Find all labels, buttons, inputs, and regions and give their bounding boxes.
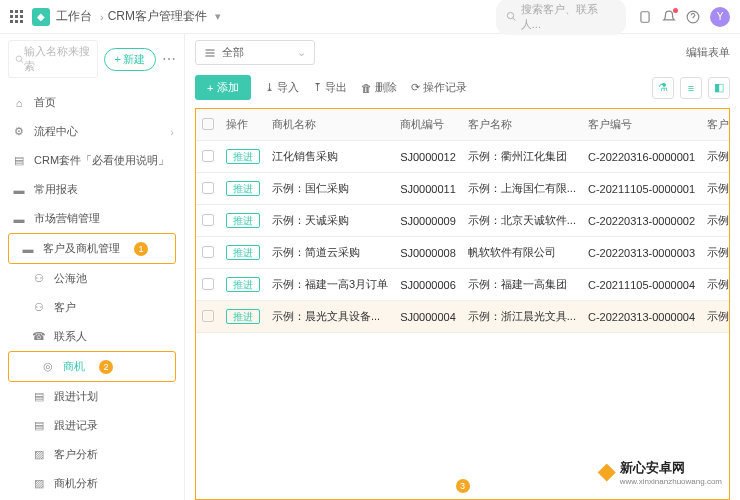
- apps-grid-icon[interactable]: [10, 10, 24, 24]
- sidebar-item-8[interactable]: ☎联系人: [0, 322, 184, 351]
- watermark-icon: [598, 464, 616, 482]
- column-header[interactable]: 操作: [220, 109, 266, 141]
- column-header[interactable]: 客户名称: [462, 109, 582, 141]
- sidebar-item-2[interactable]: ▤CRM套件「必看使用说明」: [0, 146, 184, 175]
- suite-name[interactable]: CRM客户管理套件: [108, 8, 207, 25]
- more-icon[interactable]: ⋯: [162, 51, 176, 67]
- svg-rect-2: [641, 11, 649, 22]
- sidebar-item-12[interactable]: ▨客户分析: [0, 440, 184, 469]
- column-button[interactable]: ≡: [680, 77, 702, 99]
- cell-name: 示例：天诚采购: [266, 205, 394, 237]
- sidebar-item-4[interactable]: ▬市场营销管理: [0, 204, 184, 233]
- edit-form-link[interactable]: 编辑表单: [686, 45, 730, 60]
- people-icon: ⚇: [32, 301, 46, 314]
- table-row[interactable]: 推进示例：晨光文具设备...SJ0000004示例：浙江晨光文具...C-202…: [196, 301, 730, 333]
- cell-name: 示例：福建一高3月订单: [266, 269, 394, 301]
- table-row[interactable]: 推进示例：福建一高3月订单SJ0000006示例：福建一高集团C-2021110…: [196, 269, 730, 301]
- oplog-button[interactable]: ⟳操作记录: [411, 80, 467, 95]
- cell-customer: 帆软软件有限公司: [462, 237, 582, 269]
- row-checkbox[interactable]: [202, 150, 214, 162]
- sidebar-item-3[interactable]: ▬常用报表: [0, 175, 184, 204]
- table-row[interactable]: 推进示例：天诚采购SJ0000009示例：北京天诚软件...C-20220313…: [196, 205, 730, 237]
- cell-custcode: C-20211105-0000004: [582, 269, 701, 301]
- notification-icon[interactable]: [662, 10, 676, 24]
- sidebar-search[interactable]: 输入名称来搜索: [8, 40, 98, 78]
- column-header[interactable]: 客户编号: [582, 109, 701, 141]
- folder-icon: ▬: [21, 243, 35, 255]
- cell-customer: 示例：上海国仁有限...: [462, 173, 582, 205]
- notebook-icon[interactable]: [638, 10, 652, 24]
- caret-down-icon[interactable]: ▾: [215, 10, 221, 23]
- column-header[interactable]: 客户联系人: [701, 109, 730, 141]
- sidebar-item-1[interactable]: ⚙流程中心›: [0, 117, 184, 146]
- home-icon: ⌂: [12, 97, 26, 109]
- cell-contact: 示例：刘晨: [701, 301, 730, 333]
- annotation-badge: 2: [99, 360, 113, 374]
- cell-name: 示例：国仁采购: [266, 173, 394, 205]
- advance-button[interactable]: 推进: [226, 149, 260, 164]
- cell-name: 江化销售采购: [266, 141, 394, 173]
- new-button[interactable]: +新建: [104, 48, 156, 71]
- table-row[interactable]: 推进示例：简道云采购SJ0000008帆软软件有限公司C-20220313-00…: [196, 237, 730, 269]
- settings-button[interactable]: ◧: [708, 77, 730, 99]
- table-row[interactable]: 推进江化销售采购SJ0000012示例：衢州江化集团C-20220316-000…: [196, 141, 730, 173]
- column-header[interactable]: 商机名称: [266, 109, 394, 141]
- row-checkbox[interactable]: [202, 278, 214, 290]
- sidebar-item-5[interactable]: ▬客户及商机管理1: [9, 234, 175, 263]
- sidebar-item-0[interactable]: ⌂首页: [0, 88, 184, 117]
- sidebar-item-9[interactable]: ◎商机2: [9, 352, 175, 381]
- export-button[interactable]: ⤒导出: [313, 80, 347, 95]
- cell-contact: 示例：王倩: [701, 173, 730, 205]
- help-icon[interactable]: [686, 10, 700, 24]
- import-button[interactable]: ⤓导入: [265, 80, 299, 95]
- advance-button[interactable]: 推进: [226, 213, 260, 228]
- advance-button[interactable]: 推进: [226, 277, 260, 292]
- advance-button[interactable]: 推进: [226, 309, 260, 324]
- view-label: 全部: [222, 45, 244, 60]
- row-checkbox[interactable]: [202, 214, 214, 226]
- cell-custcode: C-20220313-0000003: [582, 237, 701, 269]
- cell-name: 示例：简道云采购: [266, 237, 394, 269]
- filter-button[interactable]: ⚗: [652, 77, 674, 99]
- column-header[interactable]: 商机编号: [394, 109, 462, 141]
- row-checkbox[interactable]: [202, 246, 214, 258]
- sidebar-item-10[interactable]: ▤跟进计划: [0, 382, 184, 411]
- cell-name: 示例：晨光文具设备...: [266, 301, 394, 333]
- nav-label: 公海池: [54, 271, 87, 286]
- list-icon: [204, 47, 216, 59]
- cell-code: SJ0000004: [394, 301, 462, 333]
- row-checkbox[interactable]: [202, 182, 214, 194]
- sidebar-item-13[interactable]: ▨商机分析: [0, 469, 184, 498]
- user-avatar[interactable]: Y: [710, 7, 730, 27]
- svg-point-0: [507, 12, 513, 18]
- workspace-label[interactable]: 工作台: [56, 8, 92, 25]
- folder-icon: ▬: [12, 184, 26, 196]
- nav-label: 商机: [63, 359, 85, 374]
- advance-button[interactable]: 推进: [226, 245, 260, 260]
- sidebar-search-placeholder: 输入名称来搜索: [24, 44, 90, 74]
- nav-label: 跟进记录: [54, 418, 98, 433]
- svg-line-1: [513, 18, 516, 21]
- cell-custcode: C-20211105-0000001: [582, 173, 701, 205]
- cell-contact: 示例：王宁: [701, 269, 730, 301]
- cell-contact: 示例：赵仁民: [701, 141, 730, 173]
- watermark: 新心安卓网 www.xinxinanzhuowang.com: [598, 459, 722, 486]
- nav-label: 商机分析: [54, 476, 98, 491]
- view-selector[interactable]: 全部 ⌄: [195, 40, 315, 65]
- nav-label: 首页: [34, 95, 56, 110]
- sidebar-item-11[interactable]: ▤跟进记录: [0, 411, 184, 440]
- search-icon: [506, 11, 517, 22]
- row-checkbox[interactable]: [202, 310, 214, 322]
- select-all-checkbox[interactable]: [202, 118, 214, 130]
- nav-label: 客户分析: [54, 447, 98, 462]
- sidebar-item-7[interactable]: ⚇客户: [0, 293, 184, 322]
- app-logo: ◆: [32, 8, 50, 26]
- search-icon: [15, 54, 24, 65]
- global-search[interactable]: 搜索客户、联系人...: [496, 0, 626, 35]
- target-icon: ◎: [41, 360, 55, 373]
- sidebar-item-6[interactable]: ⚇公海池: [0, 264, 184, 293]
- advance-button[interactable]: 推进: [226, 181, 260, 196]
- add-button[interactable]: +添加: [195, 75, 251, 100]
- table-row[interactable]: 推进示例：国仁采购SJ0000011示例：上海国仁有限...C-20211105…: [196, 173, 730, 205]
- delete-button[interactable]: 🗑删除: [361, 80, 397, 95]
